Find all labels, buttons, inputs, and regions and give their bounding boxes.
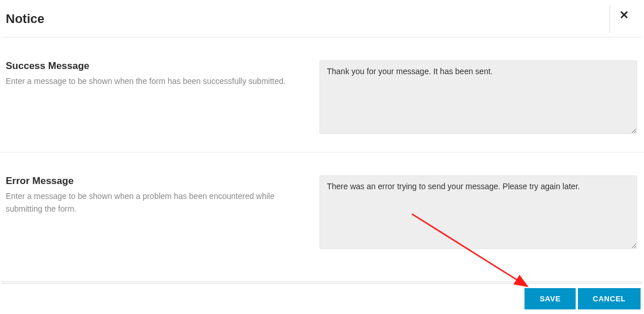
success-message-input[interactable] (319, 60, 637, 134)
save-button[interactable]: SAVE (525, 288, 575, 309)
error-message-input[interactable] (319, 175, 637, 249)
error-message-description: Enter a message to be shown when a probl… (6, 190, 306, 215)
dialog-footer: SAVE CANCEL (0, 281, 644, 314)
footer-divider (1, 281, 643, 282)
close-icon[interactable]: ✕ (619, 9, 629, 21)
success-message-section: Success Message Enter a message to be sh… (0, 37, 644, 152)
cancel-button[interactable]: CANCEL (578, 288, 641, 309)
error-message-title: Error Message (6, 175, 306, 187)
success-message-description: Enter a message to be shown when the for… (6, 75, 306, 88)
success-message-title: Success Message (6, 60, 306, 72)
error-message-section: Error Message Enter a message to be show… (0, 152, 644, 267)
dialog-header: Notice ✕ (0, 0, 644, 37)
dialog-title: Notice (6, 6, 610, 37)
